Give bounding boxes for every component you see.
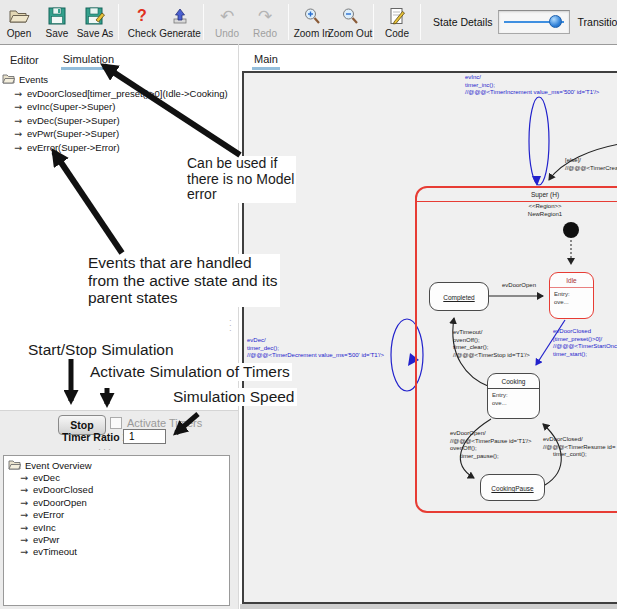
- initial-state-marker[interactable]: [563, 222, 579, 238]
- app-window: Open Save Save As ? Check Generate: [0, 0, 617, 609]
- save-as-button[interactable]: Save As: [76, 0, 114, 44]
- zoom-in-label: Zoom In: [294, 28, 331, 39]
- label-evdooropen: evDoorOpen: [502, 282, 536, 290]
- tree-item[interactable]: →evError(Super->Error): [2, 141, 228, 155]
- left-tab-bar: Editor Simulation: [0, 46, 246, 70]
- event-item-label: evTimeout: [33, 546, 77, 557]
- label-evinc: evInc/ timer_inc(); //@@@<TimerIncrement…: [465, 74, 599, 97]
- transition-arrow-icon: →: [20, 484, 28, 495]
- tree-root-overview[interactable]: Event Overview: [8, 459, 229, 471]
- tree-item[interactable]: →evDoorOpen: [8, 496, 229, 508]
- transition-arrow-icon: →: [20, 497, 28, 508]
- magnifier-minus-icon: [341, 6, 359, 27]
- event-item-label: evDec: [33, 472, 60, 483]
- tree-item[interactable]: →evInc(Super->Super): [2, 100, 228, 114]
- state-title: Idle: [550, 273, 593, 288]
- label-evdec: evDec/ timer_dec(); //@@@<TimerDecrement…: [247, 337, 384, 360]
- redo-label: Redo: [253, 28, 277, 39]
- toolbar: Open Save Save As ? Check Generate: [0, 0, 617, 45]
- state-details-slider[interactable]: [498, 10, 570, 34]
- state-idle[interactable]: Idle Entry: ove...: [549, 272, 594, 319]
- transition-details-label: Transition Details: [578, 16, 617, 28]
- zoom-in-button[interactable]: Zoom In: [293, 0, 331, 44]
- state-title: Cooking: [488, 374, 539, 389]
- code-label: Code: [385, 28, 409, 39]
- tree-item[interactable]: →evPwr: [8, 533, 229, 545]
- event-item-label: evError(Super->Error): [27, 142, 120, 153]
- tree-item[interactable]: →evTimeout: [8, 546, 229, 558]
- statechart-canvas[interactable]: Super (H) <<Region>> NewRegion1 Complete…: [242, 71, 617, 604]
- transition-arrow-icon: →: [14, 115, 22, 126]
- activate-timers-label: Activate Timers: [127, 417, 202, 429]
- redo-button[interactable]: ↷ Redo: [246, 0, 284, 44]
- tab-editor[interactable]: Editor: [8, 52, 41, 70]
- label-else: [else]/ //@@@<TimerCrea: [565, 157, 617, 172]
- open-folder-icon: [8, 6, 30, 27]
- transition-arrow-icon: →: [14, 88, 22, 99]
- state-cookingpause[interactable]: CookingPause: [480, 474, 545, 501]
- event-item-label: evInc(Super->Super): [27, 101, 115, 112]
- undo-button[interactable]: ↶ Undo: [208, 0, 246, 44]
- activate-timers-checkbox[interactable]: [110, 417, 122, 429]
- tree-root-label: Events: [19, 74, 48, 85]
- generate-upload-icon: [171, 6, 189, 27]
- slider-thumb[interactable]: [549, 15, 562, 28]
- state-body: Entry: ove...: [488, 389, 539, 407]
- event-overview-panel: Event Overview →evDec →evDoorClosed →evD…: [3, 455, 230, 606]
- magnifier-plus-icon: [303, 6, 321, 27]
- tree-item[interactable]: →evDoorClosed: [8, 484, 229, 496]
- transition-arrow-icon: →: [14, 128, 22, 139]
- toolbar-separator: [420, 4, 421, 40]
- state-completed[interactable]: Completed: [429, 282, 489, 311]
- save-button[interactable]: Save: [38, 0, 76, 44]
- tree-root-events[interactable]: Events: [2, 73, 228, 87]
- state-super-title: Super (H): [417, 188, 617, 202]
- tree-item[interactable]: →evDec(Super->Super): [2, 114, 228, 128]
- timer-ratio-label: Timer Ratio 1:: [62, 431, 132, 443]
- tree-item[interactable]: →evInc: [8, 521, 229, 533]
- tree-item[interactable]: →evDoorClosed[timer_preset()>0](Idle->Co…: [2, 87, 228, 101]
- redo-arrow-icon: ↷: [258, 6, 272, 27]
- tree-item[interactable]: →evDec: [8, 471, 229, 483]
- state-title: CookingPause: [491, 485, 533, 492]
- undo-label: Undo: [215, 28, 239, 39]
- check-button[interactable]: ? Check: [123, 0, 161, 44]
- zoom-out-label: Zoom Out: [328, 28, 372, 39]
- floppy-disk-icon: [48, 6, 66, 27]
- tab-main[interactable]: Main: [252, 51, 280, 70]
- tab-simulation[interactable]: Simulation: [61, 51, 116, 70]
- transition-arrow-icon: →: [20, 522, 28, 533]
- toolbar-separator: [288, 4, 289, 40]
- generate-label: Generate: [159, 28, 201, 39]
- sash-handle[interactable]: ···: [229, 318, 232, 333]
- transition-arrow-icon: →: [20, 534, 28, 545]
- transition-arrow-icon: →: [20, 472, 28, 483]
- open-folder-icon: [8, 459, 21, 472]
- annotation-activate-timers: Activate Simulation of Timers: [88, 363, 292, 381]
- tree-item[interactable]: →evError: [8, 509, 229, 521]
- floppy-disk-edit-icon: [85, 6, 105, 27]
- open-label: Open: [7, 28, 31, 39]
- annotation-model-error: Can be used if there is no Model error: [185, 156, 296, 203]
- transition-details-group: Transition Details: [578, 10, 617, 34]
- splitter-handle[interactable]: ···: [98, 444, 113, 454]
- open-button[interactable]: Open: [0, 0, 38, 44]
- timer-ratio-input[interactable]: [123, 429, 166, 444]
- tree-item[interactable]: →evPwr(Super->Super): [2, 127, 228, 141]
- event-item-label: evInc: [33, 522, 56, 533]
- code-button[interactable]: Code: [378, 0, 416, 44]
- state-title: Completed: [443, 294, 474, 301]
- zoom-out-button[interactable]: Zoom Out: [331, 0, 369, 44]
- state-cooking[interactable]: Cooking Entry: ove...: [487, 373, 540, 419]
- simulation-controls: Stop Activate Timers Timer Ratio 1: ··· …: [0, 410, 238, 609]
- event-item-label: evPwr(Super->Super): [27, 128, 119, 139]
- transition-arrow-icon: →: [14, 142, 22, 153]
- event-item-label: evDoorOpen: [33, 497, 87, 508]
- transition-arrow-icon: →: [20, 546, 28, 557]
- label-evdoorclosed-resume: evDoorClosed/ //@@@<TimerResume id= time…: [543, 436, 615, 459]
- generate-button[interactable]: Generate: [161, 0, 199, 44]
- panel-divider[interactable]: [238, 44, 239, 609]
- transition-evinc-selfloop[interactable]: [529, 97, 549, 186]
- annotation-events-handled: Events that are handled from the active …: [86, 254, 280, 307]
- open-folder-icon: [2, 73, 15, 86]
